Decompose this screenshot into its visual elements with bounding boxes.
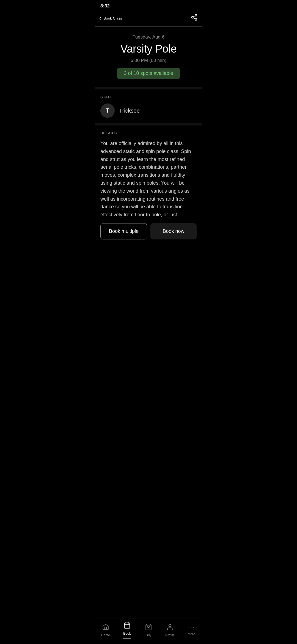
- top-nav: ‹ Book Class: [95, 11, 202, 26]
- details-section-label: DETAILS: [100, 131, 197, 135]
- svg-line-3: [193, 18, 195, 19]
- class-name: Varsity Pole: [100, 43, 197, 55]
- details-text: You are officially admired by all in thi…: [100, 140, 197, 219]
- back-button[interactable]: ‹ Book Class: [99, 15, 122, 21]
- section-separator-1: [95, 87, 202, 89]
- share-button[interactable]: [191, 14, 198, 23]
- share-icon: [191, 14, 198, 21]
- staff-name: Tricksee: [119, 108, 140, 114]
- staff-avatar: T: [100, 103, 115, 118]
- section-separator-2: [95, 123, 202, 125]
- staff-section-label: STAFF: [100, 95, 197, 99]
- book-now-button[interactable]: Book now: [150, 223, 197, 239]
- class-date: Tuesday, Aug 6: [100, 34, 197, 40]
- nav-title: Book Class: [103, 16, 122, 20]
- book-multiple-button[interactable]: Book multiple: [100, 223, 147, 239]
- class-header: Tuesday, Aug 6 Varsity Pole 6:00 PM (60 …: [95, 27, 202, 87]
- back-arrow-icon: ‹: [99, 15, 101, 21]
- status-time: 8:32: [100, 3, 110, 9]
- class-time: 6:00 PM (60 min): [100, 58, 197, 63]
- spots-badge: 3 of 10 spots available: [117, 68, 180, 79]
- details-section: DETAILS You are officially admired by al…: [95, 125, 202, 219]
- bottom-buttons: Book multiple Book now: [95, 219, 202, 245]
- staff-item: T Tricksee: [100, 103, 197, 118]
- status-bar: 8:32: [95, 0, 202, 11]
- svg-line-4: [193, 16, 195, 17]
- staff-section: STAFF T Tricksee: [95, 89, 202, 123]
